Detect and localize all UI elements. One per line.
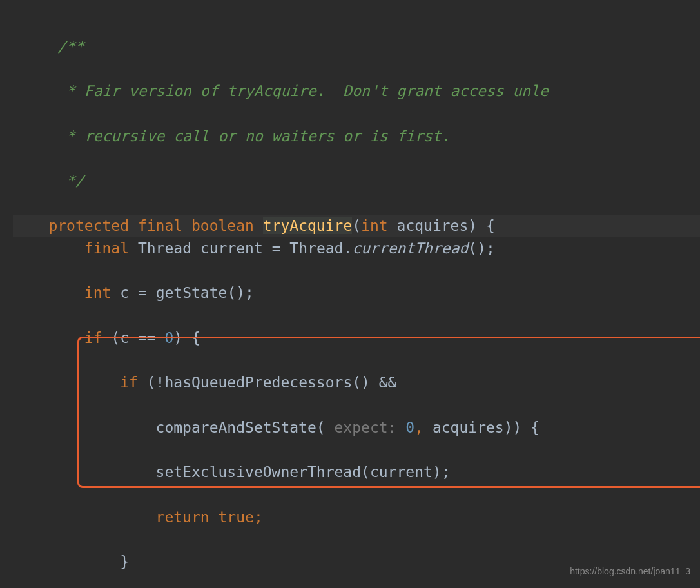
- identifier: c: [120, 284, 129, 301]
- keyword: if: [120, 374, 138, 391]
- keyword: final: [138, 217, 182, 234]
- code-editor: /** * Fair version of tryAcquire. Don't …: [13, 13, 700, 588]
- code-line: */: [13, 170, 700, 192]
- keyword: true: [219, 509, 254, 525]
- code-line: * Fair version of tryAcquire. Don't gran…: [13, 80, 700, 103]
- type: Thread: [289, 240, 343, 257]
- comment: * recursive call or no waiters or is fir…: [57, 128, 450, 144]
- comment: * Fair version of tryAcquire. Don't gran…: [57, 83, 549, 99]
- identifier: acquires: [397, 217, 469, 234]
- type: Thread: [138, 240, 191, 257]
- identifier: c: [120, 329, 129, 346]
- method-call: setExclusiveOwnerThread: [156, 464, 362, 480]
- method-call: hasQueuedPredecessors: [164, 374, 352, 391]
- keyword: if: [84, 329, 102, 346]
- parameter-hint: expect:: [335, 419, 397, 436]
- method-call: getState: [156, 284, 228, 301]
- method-name: tryAcquire: [263, 217, 352, 234]
- code-line: return true;: [13, 506, 700, 529]
- identifier: current: [370, 464, 433, 480]
- code-line: compareAndSetState( expect: 0, acquires)…: [13, 416, 700, 439]
- identifier: current: [200, 240, 263, 257]
- identifier: acquires: [433, 419, 504, 436]
- code-line: /**: [13, 35, 700, 58]
- comment: */: [57, 172, 84, 189]
- keyword: final: [84, 240, 129, 257]
- code-line: setExclusiveOwnerThread(current);: [13, 461, 700, 484]
- number: 0: [164, 329, 173, 346]
- keyword: protected: [48, 217, 129, 234]
- code-line: int c = getState();: [13, 282, 700, 304]
- code-line: * recursive call or no waiters or is fir…: [13, 125, 700, 148]
- method-call: compareAndSetState: [156, 419, 316, 436]
- comment: /**: [57, 38, 84, 55]
- number: 0: [405, 419, 414, 436]
- code-line: if (c == 0) {: [13, 327, 700, 349]
- keyword: boolean: [191, 217, 254, 234]
- keyword: return: [156, 509, 209, 525]
- method-call: currentThread: [352, 240, 468, 257]
- code-line: protected final boolean tryAcquire(int a…: [13, 215, 700, 237]
- code-line: if (!hasQueuedPredecessors() &&: [13, 371, 700, 394]
- watermark: https://blog.csdn.net/joan11_3: [570, 565, 690, 578]
- code-line: final Thread current = Thread.currentThr…: [13, 237, 700, 260]
- keyword: int: [84, 284, 112, 301]
- keyword: int: [361, 217, 388, 234]
